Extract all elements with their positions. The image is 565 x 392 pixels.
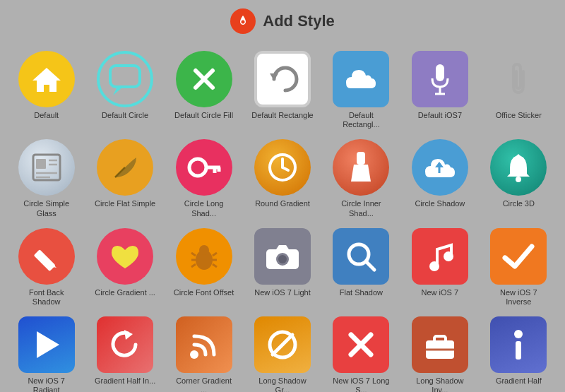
icon-box-flat-shadow [333, 228, 389, 285]
icon-item-new-ios7-long-s[interactable]: New iOS 7 Long S... [322, 311, 400, 392]
icon-label-flat-shadow: Flat Shadow [340, 288, 383, 297]
icon-item-font-back-shadow[interactable]: Font Back Shadow [7, 222, 85, 311]
icon-item-gradient-half[interactable]: Gradient Half [480, 311, 558, 392]
icon-item-long-shadow-inv[interactable]: Long Shadow Inv... [400, 311, 479, 392]
icon-item-flat-shadow[interactable]: Flat Shadow [322, 222, 400, 311]
icon-label-default: Default [34, 111, 59, 120]
svg-point-56 [514, 330, 523, 338]
icon-symbol-new-ios7 [426, 241, 454, 272]
icon-label-default-circle-fill: Default Circle Fill [174, 111, 233, 120]
icon-item-circle-3d[interactable]: Circle 3D [480, 133, 558, 222]
icon-symbol-long-shadow-gr [267, 329, 298, 360]
icon-symbol-gradient-half [511, 328, 525, 361]
icon-item-circle-font-offset[interactable]: Circle Font Offset [165, 222, 243, 311]
icon-item-circle-inner-shadow[interactable]: Circle Inner Shad... [322, 133, 400, 222]
icon-label-circle-simple-glass: Circle Simple Glass [15, 199, 78, 218]
icon-symbol-default [31, 65, 62, 93]
icon-symbol-round-gradient [267, 152, 298, 183]
icon-label-office-sticker: Office Sticker [496, 111, 542, 120]
icon-item-default-circle-fill[interactable]: Default Circle Fill [165, 45, 243, 133]
icon-item-office-sticker[interactable]: Office Sticker [480, 45, 558, 133]
icon-item-default-rectangle2[interactable]: Default Rectangl... [322, 45, 400, 133]
svg-line-35 [213, 253, 217, 256]
svg-point-44 [429, 261, 439, 271]
icon-box-circle-3d [490, 139, 547, 196]
svg-marker-39 [276, 245, 289, 249]
icon-item-circle-shadow[interactable]: Circle Shadow [400, 133, 479, 222]
icon-box-default-ios7 [412, 51, 468, 107]
icon-label-gradient-half-in: Gradient Half In... [95, 376, 155, 386]
icon-item-new-ios7-inverse[interactable]: New iOS 7 Inverse [480, 222, 558, 311]
icon-label-long-shadow-inv: Long Shadow Inv... [408, 376, 472, 392]
svg-line-32 [191, 253, 196, 256]
icon-symbol-circle-inner-shadow [351, 150, 371, 184]
svg-point-0 [242, 20, 245, 24]
icon-label-long-shadow-gr: Long Shadow Gr... [251, 376, 314, 392]
svg-point-45 [444, 251, 453, 261]
svg-line-34 [191, 264, 196, 267]
icon-box-long-shadow-gr [254, 316, 311, 373]
icon-box-gradient-half-in [97, 316, 153, 373]
icon-label-circle-gradient: Circle Gradient ... [95, 288, 155, 297]
svg-rect-54 [434, 336, 446, 343]
icon-box-circle-inner-shadow [333, 139, 389, 196]
icon-label-new-ios7-inverse: New iOS 7 Inverse [487, 288, 550, 307]
icon-box-office-sticker [490, 51, 547, 107]
icon-item-long-shadow-gr[interactable]: Long Shadow Gr... [243, 311, 321, 392]
icon-box-circle-flat-simple [97, 139, 153, 196]
icon-box-new-ios7-light [254, 228, 311, 285]
icon-item-circle-flat-simple[interactable]: Circle Flat Simple [85, 133, 164, 222]
icon-label-circle-flat-simple: Circle Flat Simple [95, 199, 155, 208]
icon-box-circle-long-shadow [176, 139, 232, 196]
icon-label-default-rectangle: Default Rectangle [251, 111, 313, 120]
svg-marker-24 [351, 165, 371, 182]
page-title: Add Style [263, 12, 334, 30]
icon-label-circle-font-offset: Circle Font Offset [174, 288, 234, 297]
icon-item-circle-long-shadow[interactable]: Circle Long Shad... [165, 133, 243, 222]
icon-label-default-circle: Default Circle [102, 111, 148, 120]
icon-item-circle-gradient[interactable]: Circle Gradient ... [85, 222, 164, 311]
icon-symbol-circle-simple-glass [30, 152, 63, 183]
icon-item-round-gradient[interactable]: Round Gradient [243, 133, 321, 222]
icon-label-default-ios7: Default iOS7 [418, 111, 462, 120]
icon-symbol-circle-3d [503, 151, 534, 184]
icon-item-circle-simple-glass[interactable]: Circle Simple Glass [7, 133, 85, 222]
icon-item-new-ios7[interactable]: New iOS 7 [400, 222, 479, 311]
app-logo [230, 8, 256, 34]
icon-label-gradient-half: Gradient Half [496, 376, 542, 386]
icon-symbol-circle-font-offset [190, 240, 218, 273]
icon-item-default-rectangle[interactable]: Default Rectangle [243, 45, 321, 133]
icon-label-new-ios7-radiant: New iOS 7 Radiant [15, 376, 78, 392]
icon-symbol-default-rectangle2 [343, 66, 379, 93]
icon-item-corner-gradient[interactable]: Corner Gradient ... [165, 311, 243, 392]
icon-item-gradient-half-in[interactable]: Gradient Half In... [85, 311, 164, 392]
icon-item-new-ios7-light[interactable]: New iOS 7 Light [243, 222, 321, 311]
icon-label-default-rectangle2: Default Rectangl... [329, 111, 393, 129]
icon-box-font-back-shadow [18, 228, 75, 285]
icon-item-new-ios7-radiant[interactable]: New iOS 7 Radiant [7, 311, 85, 392]
icon-label-corner-gradient: Corner Gradient ... [172, 376, 236, 392]
svg-point-31 [199, 245, 209, 255]
icon-grid: Default Default Circle Default Circle Fi… [0, 41, 565, 392]
icon-label-circle-inner-shadow: Circle Inner Shad... [329, 199, 393, 218]
icon-item-default[interactable]: Default [7, 45, 85, 133]
icon-box-default-circle-fill [176, 51, 232, 107]
icon-box-circle-gradient [97, 228, 153, 285]
icon-box-circle-simple-glass [18, 139, 75, 196]
icon-box-new-ios7-inverse [490, 228, 547, 285]
icon-label-circle-long-shadow: Circle Long Shad... [172, 199, 236, 218]
icon-symbol-circle-gradient [109, 242, 141, 271]
icon-box-gradient-half [490, 316, 547, 373]
svg-rect-57 [516, 341, 521, 360]
icon-label-new-ios7-long-s: New iOS 7 Long S... [329, 376, 393, 392]
icon-symbol-office-sticker [508, 61, 529, 97]
icon-symbol-circle-shadow [422, 152, 458, 183]
svg-marker-47 [124, 330, 133, 340]
icon-symbol-new-ios7-long-s [347, 331, 375, 359]
icon-item-default-circle[interactable]: Default Circle [85, 45, 164, 133]
icon-symbol-new-ios7-radiant [32, 328, 61, 361]
svg-line-43 [366, 261, 374, 270]
icon-item-default-ios7[interactable]: Default iOS7 [400, 45, 479, 133]
svg-marker-46 [37, 331, 59, 358]
icon-box-long-shadow-inv [412, 316, 468, 373]
